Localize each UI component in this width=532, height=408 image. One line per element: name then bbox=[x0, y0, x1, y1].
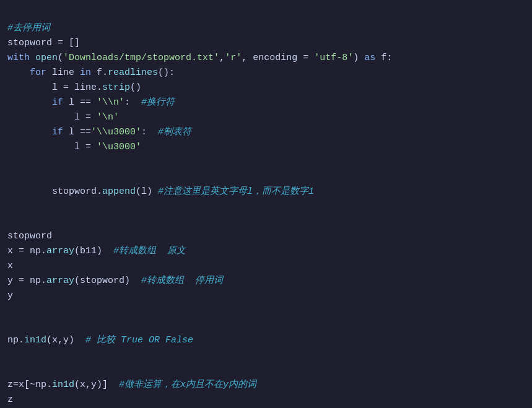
line-8: if l =='\\u3000': #制表符 bbox=[7, 127, 191, 137]
comment-1: #去停用词 bbox=[7, 23, 50, 33]
line-17: z=x[~np.in1d(x,y)] #做非运算，在x内且不在y内的词 bbox=[7, 380, 256, 390]
line-11: stopword bbox=[7, 231, 52, 241]
line-3: with open('Downloads/tmp/stopword.txt','… bbox=[7, 53, 392, 63]
code-display: #去停用词 stopword = [] with open('Downloads… bbox=[7, 6, 525, 408]
line-6: if l == '\\n': #换行符 bbox=[7, 97, 175, 108]
line-14: y = np.array(stopword) #转成数组 停用词 bbox=[7, 276, 223, 286]
line-5: l = line.strip() bbox=[7, 82, 141, 93]
line-4: for line in f.readlines(): bbox=[7, 67, 175, 78]
line-15: y bbox=[7, 290, 13, 301]
line-10: stopword.append(l) #注意这里是英文字母l，而不是数字1 bbox=[7, 186, 314, 197]
line-16: np.in1d(x,y) # 比较 True OR False bbox=[7, 335, 193, 345]
line-18: z bbox=[7, 394, 13, 405]
line-7: l = '\n' bbox=[7, 112, 119, 123]
line-9: l = '\u3000' bbox=[7, 142, 141, 152]
line-2: stopword = [] bbox=[7, 38, 80, 48]
line-13: x bbox=[7, 261, 13, 271]
line-12: x = np.array(b11) #转成数组 原文 bbox=[7, 246, 186, 256]
